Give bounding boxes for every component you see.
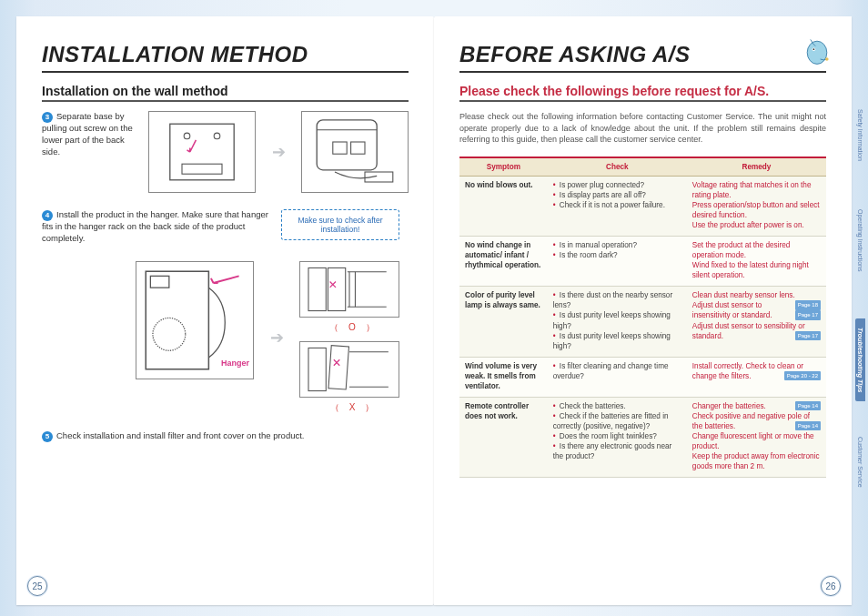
check-cell: • Is in manual operation?• Is the room d… [548, 237, 687, 287]
illustration-base-detached [301, 111, 409, 193]
symptom-cell: Color of purity level lamp is always sam… [459, 287, 548, 357]
intro-text: Please check out the following informati… [459, 111, 826, 146]
step-3-text: 3Separate base by pulling out screw on t… [42, 111, 136, 193]
table-row: No wind change in automatic/ infant / rh… [459, 237, 826, 287]
illustration-base-screw [148, 111, 256, 193]
svg-rect-7 [351, 142, 365, 154]
svg-rect-12 [308, 268, 326, 310]
illustration-hanger: Hanger [136, 261, 254, 379]
svg-rect-3 [182, 164, 222, 174]
page-ref-badge: Page 20 - 22 [784, 371, 821, 380]
rule-r [459, 71, 826, 73]
svg-point-2 [214, 133, 220, 139]
page-left: INSTALLATION METHOD Installation on the … [16, 16, 434, 605]
svg-point-25 [825, 57, 829, 61]
svg-rect-13 [328, 268, 345, 310]
table-row: Color of purity level lamp is always sam… [459, 287, 826, 357]
symptom-cell: No wind blows out. [459, 176, 548, 236]
tab-troubleshooting[interactable]: Troubleshooting Tips [855, 318, 865, 401]
page-ref-badge: Page 14 [795, 421, 821, 430]
svg-rect-11 [150, 276, 168, 288]
remedy-cell: Set the product at the desired operation… [687, 237, 826, 287]
note-and-diagrams: Make sure to check after installation! [281, 209, 409, 240]
title-right: BEFORE ASKING A/S [459, 42, 826, 67]
arrow-right-icon: ➔ [268, 142, 288, 162]
table-row: Remote controller does not work.• Check … [459, 397, 826, 477]
remedy-cell: Voltage rating that matches it on the ra… [687, 176, 826, 236]
step-3-body: Separate base by pulling out screw on th… [42, 111, 133, 157]
bullet-3-icon: 3 [42, 112, 53, 123]
subtitle-left: Installation on the wall method [42, 84, 409, 98]
remedy-cell: Install correctly. Check to clean or cha… [687, 357, 826, 397]
page-ref-badge: Page 14 [795, 401, 821, 410]
arrow-right-icon-2: ➔ [267, 328, 287, 348]
table-row: Wind volume is very weak. It smells from… [459, 357, 826, 397]
th-remedy: Remedy [687, 157, 826, 177]
tab-customer[interactable]: Customer Service [855, 428, 865, 497]
remedy-cell: Changer the batteries.Page 14Check posit… [687, 397, 826, 477]
tab-safety[interactable]: Safety Information [855, 100, 865, 170]
svg-point-22 [807, 41, 827, 64]
mascot-icon [801, 35, 833, 67]
symptom-cell: Remote controller does not work. [459, 397, 548, 477]
illus-row-2: Hanger ➔ （ O ） （ X ） [42, 261, 409, 414]
page-number-left: 25 [27, 576, 47, 596]
page-ref-badge: Page 18 [795, 300, 821, 309]
svg-rect-8 [365, 172, 393, 182]
check-cell: • Is there dust on the nearby sensor len… [548, 287, 687, 357]
svg-rect-6 [333, 142, 347, 154]
bullet-4-icon: 4 [42, 210, 53, 221]
page-right: BEFORE ASKING A/S Please check the follo… [434, 16, 852, 605]
title-left: INSTALLATION METHOD [42, 42, 409, 67]
subtitle-right: Please check the followings before reque… [459, 84, 826, 98]
svg-point-24 [813, 48, 815, 50]
svg-rect-18 [308, 348, 326, 390]
ox-o-label: （ O ） [299, 321, 409, 334]
troubleshooting-table: Symptom Check Remedy No wind blows out.•… [459, 157, 826, 479]
tab-operating[interactable]: Operating Instructions [855, 200, 865, 280]
ox-x-label: （ X ） [299, 401, 409, 414]
th-symptom: Symptom [459, 157, 548, 177]
step-4-row: 4Install the product in the hanger. Make… [42, 209, 409, 245]
illustration-incorrect [299, 341, 399, 398]
side-tabs: Safety Information Operating Instruction… [850, 0, 868, 616]
rule-thin [42, 100, 409, 102]
rule-thin-r [459, 100, 826, 102]
step-4-text: 4Install the product in the hanger. Make… [42, 209, 268, 245]
step-5-text: 5Check installation and install filter a… [42, 430, 409, 442]
hanger-label: Hanger [221, 358, 249, 368]
bullet-5-icon: 5 [42, 431, 53, 442]
symptom-cell: Wind volume is very weak. It smells from… [459, 357, 548, 397]
page-number-right: 26 [821, 576, 841, 596]
symptom-cell: No wind change in automatic/ infant / rh… [459, 237, 548, 287]
svg-point-10 [153, 318, 186, 350]
page-ref-badge: Page 17 [795, 310, 821, 319]
installation-note: Make sure to check after installation! [281, 209, 399, 240]
svg-rect-19 [328, 346, 349, 389]
remedy-cell: Clean dust nearby sensor lens.Page 18Adj… [687, 287, 826, 357]
page-ref-badge: Page 17 [795, 331, 821, 340]
table-row: No wind blows out.• Is power plug connec… [459, 176, 826, 236]
svg-rect-0 [170, 124, 234, 180]
step-3-row: 3Separate base by pulling out screw on t… [42, 111, 409, 193]
rule [42, 71, 409, 73]
check-cell: • Check the batteries.• Check if the bat… [548, 397, 687, 477]
svg-point-1 [184, 133, 190, 139]
illustration-correct [299, 261, 399, 318]
step-5-body: Check installation and install filter an… [56, 430, 305, 440]
ox-diagrams: （ O ） （ X ） [299, 261, 409, 414]
step-4-body: Install the product in the hanger. Make … [42, 209, 268, 243]
check-cell: • Is power plug connected?• Is display p… [548, 176, 687, 236]
check-cell: • Is filter cleaning and change time ove… [548, 357, 687, 397]
th-check: Check [548, 157, 687, 177]
